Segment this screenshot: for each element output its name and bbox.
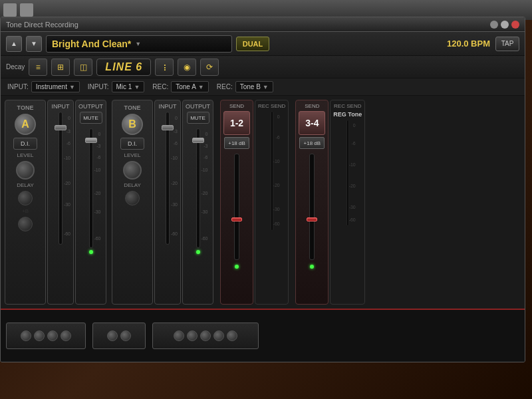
send-12-fader-handle[interactable] [231,217,242,221]
title-bar: Tone Direct Recording [1,17,525,32]
dual-button[interactable]: DUAL [236,37,269,51]
rs34-mark-0: 0 [353,123,356,128]
metronome-icon-btn[interactable]: ◉ [178,59,196,76]
tone-a-di-button[interactable]: D.I. [13,138,37,150]
rec-send-12-channel: REC SEND 0 -6 -10 -20 -30 -60 [255,100,289,305]
bout-mark-60: -60 [201,236,207,241]
tuner-icon-btn[interactable]: ⫶ [155,59,174,76]
tone-b-input-track [166,112,170,245]
plugin-window: Tone Direct Recording ▲ ▼ Bright And Cle… [0,17,525,362]
rec-b-select[interactable]: Tone B ▼ [235,81,273,92]
tone-b-delay-knob[interactable] [125,191,140,205]
tone-a-group: TONE A D.I. LEVEL DELAY +B INPUT [5,100,106,305]
input-b-value: Mic 1 [116,83,132,90]
b-mark-0: 0 [175,116,178,120]
line6-logo: LINE 6 [96,59,151,76]
device-2-knob-2[interactable] [120,331,131,341]
device-1-knob-2[interactable] [34,331,45,341]
rec-send-34-channel: REC SEND REG Tone 0 -6 -10 -20 -30 -60 [330,100,365,305]
tone-b-level-knob[interactable] [123,161,142,180]
send-34-plus18-button[interactable]: +18 dB [299,137,325,149]
input-a-label: INPUT: [7,83,29,90]
tone-a-output-fader-track: 0 -3 -6 -10 -20 -30 -60 [81,128,101,248]
rec-send-34-track [346,120,349,226]
send-34-led [310,265,314,269]
b-mark-6: -6 [174,141,178,146]
device-3-knob-3[interactable] [200,331,211,341]
tone-ab-knob[interactable] [18,217,33,231]
input-b-select[interactable]: Mic 1 ▼ [112,81,145,92]
noise-icon-btn[interactable]: ◫ [74,59,92,76]
tone-b-di-button[interactable]: D.I. [120,138,144,150]
tone-b-output-label: OUTPUT [186,103,210,110]
preset-bar: ▲ ▼ Bright And Clean* ▼ DUAL 120.0 BPM T… [1,32,525,56]
send-34-fader-handle[interactable] [307,217,317,221]
tone-b-indicator: +B [22,208,29,214]
tone-b-input-handle[interactable] [162,125,174,130]
tone-a-badge[interactable]: A [15,114,36,135]
tone-b-badge[interactable]: B [122,114,143,135]
b-mark-3: -3 [174,129,178,134]
rs12-mark-60: -60 [273,221,280,226]
bout-mark-30: -30 [201,209,207,214]
out-mark-30: -30 [94,209,100,214]
device-1-knob-1[interactable] [21,331,31,341]
tone-b-level-label: LEVEL [124,152,141,158]
device-3-knob-1[interactable] [174,331,184,341]
preset-prev-button[interactable]: ▲ [6,36,22,52]
app-title: Tone Direct Recording [6,21,78,29]
tone-a-level-knob[interactable] [16,161,35,180]
rec-a-select[interactable]: Tone A ▼ [171,81,209,92]
bpm-display: 120.0 BPM [447,39,490,49]
tone-a-delay-label: DELAY [17,182,34,188]
decay-label: Decay [6,63,25,70]
desktop: Tone Direct Recording ▲ ▼ Bright And Cle… [0,0,532,399]
b-mark-10: -10 [171,156,178,160]
tone-b-channel: TONE B D.I. LEVEL DELAY [112,100,153,305]
send-12-group: SEND 1-2 +18 dB REC SEND 0 -6 -10 [220,100,289,305]
device-1-knob-3[interactable] [47,331,58,341]
input-a-select[interactable]: Instrument ▼ [31,81,80,92]
tone-b-output-handle[interactable] [192,138,204,143]
mark-30: -30 [64,202,70,207]
bout-mark-6: -6 [203,155,207,160]
rs12-mark-0: 0 [277,114,280,119]
minimize-button[interactable] [490,21,498,29]
rs34-mark-10: -10 [349,162,356,167]
mixer-area: TONE A D.I. LEVEL DELAY +B INPUT [1,96,525,309]
tone-a-delay-knob[interactable] [18,191,33,205]
tone-b-label: TONE [124,104,141,111]
tone-b-mute-button[interactable]: MUTE [187,112,209,124]
rec-send-34-track-container: 0 -6 -10 -20 -30 -60 [340,120,356,226]
device-3-knob-5[interactable] [227,331,237,341]
taskbar-icon-2[interactable] [20,3,33,17]
settings-icon-btn[interactable]: ≡ [29,59,47,76]
maximize-button[interactable] [501,21,509,29]
send-12-plus18-button[interactable]: +18 dB [224,137,249,149]
send-34-fader-track [309,154,315,260]
loop-icon-btn[interactable]: ⟳ [200,59,219,76]
tap-button[interactable]: TAP [495,37,519,51]
bout-mark-3: -3 [203,144,207,148]
device-3-knob-2[interactable] [187,331,198,341]
eq-icon-btn[interactable]: ⊞ [51,59,70,76]
preset-next-button[interactable]: ▼ [26,36,42,52]
tone-a-input-handle[interactable] [55,125,66,130]
tone-a-output-handle[interactable] [85,138,97,143]
device-1-knob-4[interactable] [61,331,71,341]
b-mark-20: -20 [171,181,178,186]
reg-tone-label: REG Tone [333,111,362,118]
mark-10: -10 [64,156,70,160]
device-2-knob-1[interactable] [107,331,118,341]
send-34-label: SEND [305,103,319,109]
rec-send-34-label: REC SEND [334,103,361,109]
preset-dropdown[interactable]: Bright And Clean* ▼ [46,35,232,53]
close-button[interactable] [511,21,519,29]
input-b-label: INPUT: [88,83,109,90]
tone-a-mute-button[interactable]: MUTE [80,112,102,124]
rec-send-12-label: REC SEND [258,103,285,109]
device-3-knob-4[interactable] [213,331,224,341]
taskbar-icon-1[interactable] [3,3,17,17]
send-12-fader-track [234,154,239,260]
send-12-badge: 1-2 [223,111,250,135]
